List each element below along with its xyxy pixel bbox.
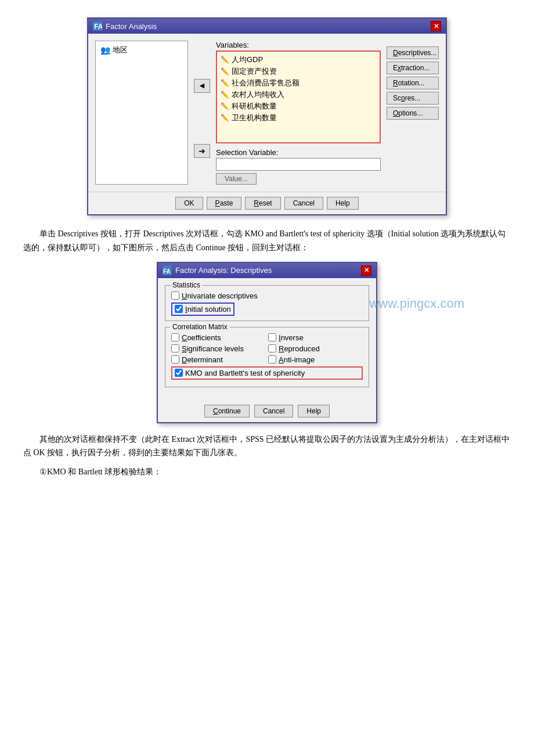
dialog2-titlebar-left: FA Factor Analysis: Descriptives	[163, 266, 272, 275]
significance-checkbox[interactable]	[171, 344, 179, 352]
pencil-icon-5: ✏️	[221, 102, 229, 110]
svg-text:FA: FA	[163, 268, 171, 275]
person-icon: 👥	[100, 45, 110, 55]
determinant-checkbox[interactable]	[171, 355, 179, 363]
univariate-row: Univariate descriptives	[171, 291, 363, 300]
dialog2-footer: Continue Cancel Help	[158, 400, 376, 422]
initial-solution-row: Initial solution	[171, 303, 234, 316]
paste-button[interactable]: Paste	[207, 197, 242, 210]
left-panel-item: 👥 地区	[98, 44, 185, 56]
continue-button[interactable]: Continue	[204, 405, 250, 417]
anti-image-checkbox[interactable]	[268, 355, 276, 363]
statistics-label: Statistics	[170, 281, 203, 289]
var-item-2: ✏️ 固定资产投资	[219, 66, 377, 77]
help-button[interactable]: Help	[327, 197, 359, 210]
determinant-label: Determinant	[182, 355, 223, 364]
descriptives-button[interactable]: Descriptives...	[387, 46, 439, 59]
selection-var-input[interactable]	[216, 158, 381, 171]
scores-button[interactable]: Scores...	[387, 92, 439, 105]
var-item-4: ✏️ 农村人均纯收入	[219, 89, 377, 100]
pencil-icon-4: ✏️	[221, 91, 229, 99]
correlation-matrix-group: Correlation Matrix Coefficients Inverse …	[165, 327, 369, 387]
pencil-icon-1: ✏️	[221, 56, 229, 64]
paragraph2: 其他的次对话框都保持不变（此时在 Extract 次对话框中，SPSS 已经默认…	[23, 433, 511, 460]
kmo-row: KMO and Bartlett's test of sphericity	[171, 366, 363, 380]
univariate-checkbox[interactable]	[171, 291, 179, 300]
var-label-5: 科研机构数量	[232, 101, 277, 111]
initial-solution-checkbox[interactable]	[175, 305, 183, 313]
dialog2-title: Factor Analysis: Descriptives	[175, 266, 272, 275]
variables-list: ✏️ 人均GDP ✏️ 固定资产投资 ✏️ 社会消费品零售总额 ✏️	[216, 51, 381, 143]
kmo-label: KMO and Bartlett's test of sphericity	[185, 369, 305, 377]
inverse-label: Inverse	[279, 333, 304, 342]
pencil-icon-6: ✏️	[221, 114, 229, 122]
reset-button[interactable]: Reset	[245, 197, 280, 210]
pencil-icon-3: ✏️	[221, 79, 229, 87]
significance-label: Significance levels	[182, 344, 244, 353]
watermark: www.pingcx.com	[369, 296, 464, 311]
dialog1-body: 👥 地区 ◄ ➜ Variables:	[88, 34, 446, 192]
var-label-1: 人均GDP	[232, 55, 263, 65]
var-label-4: 农村人均纯收入	[232, 89, 284, 100]
var-item-5: ✏️ 科研机构数量	[219, 100, 377, 112]
right-section: Variables: ✏️ 人均GDP ✏️ 固定资产投资 ✏️ 社会消费品零售	[216, 41, 381, 185]
factor-analysis-dialog: FA Factor Analysis ✕ 👥 地区 ◄	[87, 17, 447, 215]
var-label-6: 卫生机构数量	[232, 113, 277, 123]
dialog2-cancel-button[interactable]: Cancel	[254, 405, 293, 417]
svg-text:FA: FA	[94, 23, 102, 31]
dialog1-titlebar-left: FA Factor Analysis	[93, 21, 157, 31]
middle-arrows: ◄ ➜	[194, 41, 210, 185]
reproduced-checkbox[interactable]	[268, 344, 276, 352]
dialog2-help-button[interactable]: Help	[298, 405, 330, 417]
dialog2-close-button[interactable]: ✕	[361, 265, 371, 276]
paragraph1: 单击 Descriptives 按钮，打开 Descriptives 次对话框，…	[23, 227, 511, 255]
dialog1-title: Factor Analysis	[106, 22, 157, 31]
var-label-2: 固定资产投资	[232, 66, 277, 77]
var-item-6: ✏️ 卫生机构数量	[219, 112, 377, 124]
extraction-button[interactable]: Extraction...	[387, 62, 439, 74]
dialog1-titlebar: FA Factor Analysis ✕	[88, 19, 446, 34]
dialog2-body: Statistics Univariate descriptives Initi…	[158, 278, 376, 400]
var-item-3: ✏️ 社会消费品零售总额	[219, 77, 377, 89]
value-button[interactable]: Value...	[216, 173, 257, 185]
right-buttons-panel: Descriptives... Extraction... Rotation..…	[387, 41, 439, 185]
univariate-label: Univariate descriptives	[182, 291, 258, 300]
anti-image-label: Anti-image	[279, 355, 315, 364]
initial-solution-label: Initial solution	[185, 305, 231, 314]
statistics-group: Statistics Univariate descriptives Initi…	[165, 285, 369, 321]
inverse-checkbox[interactable]	[268, 333, 276, 341]
var-label-3: 社会消费品零售总额	[232, 78, 300, 88]
corr-row2: Significance levels Reproduced	[171, 344, 363, 353]
factor-analysis-descriptives-dialog: FA Factor Analysis: Descriptives ✕ Stati…	[157, 262, 377, 423]
var-item-1: ✏️ 人均GDP	[219, 54, 377, 66]
coefficients-checkbox[interactable]	[171, 333, 179, 341]
options-button[interactable]: Options...	[387, 107, 439, 120]
move-left-button[interactable]: ◄	[194, 79, 210, 93]
left-item-label: 地区	[113, 45, 128, 55]
dialog1-close-button[interactable]: ✕	[431, 21, 441, 31]
correlation-label: Correlation Matrix	[170, 323, 230, 331]
corr-row1: Coefficients Inverse	[171, 333, 363, 342]
coefficients-label: Coefficients	[182, 333, 221, 342]
cancel-button[interactable]: Cancel	[284, 197, 323, 210]
dialog1-icon: FA	[93, 21, 102, 31]
section-heading: ①KMO 和 Bartlett 球形检验结果：	[23, 467, 511, 477]
reproduced-label: Reproduced	[279, 344, 320, 353]
rotation-button[interactable]: Rotation...	[387, 77, 439, 89]
dialog1-footer: OK Paste Reset Cancel Help	[88, 192, 446, 214]
dialog2-icon: FA	[163, 266, 172, 275]
corr-row3: Determinant Anti-image	[171, 355, 363, 364]
ok-button[interactable]: OK	[175, 197, 203, 210]
dialog2-titlebar: FA Factor Analysis: Descriptives ✕	[158, 263, 376, 278]
variables-label: Variables:	[216, 41, 381, 49]
left-variable-panel: 👥 地区	[95, 41, 188, 185]
selection-var-label: Selection Variable:	[216, 148, 381, 157]
move-right-button[interactable]: ➜	[194, 144, 210, 158]
kmo-checkbox[interactable]	[175, 369, 183, 377]
pencil-icon-2: ✏️	[221, 67, 229, 75]
